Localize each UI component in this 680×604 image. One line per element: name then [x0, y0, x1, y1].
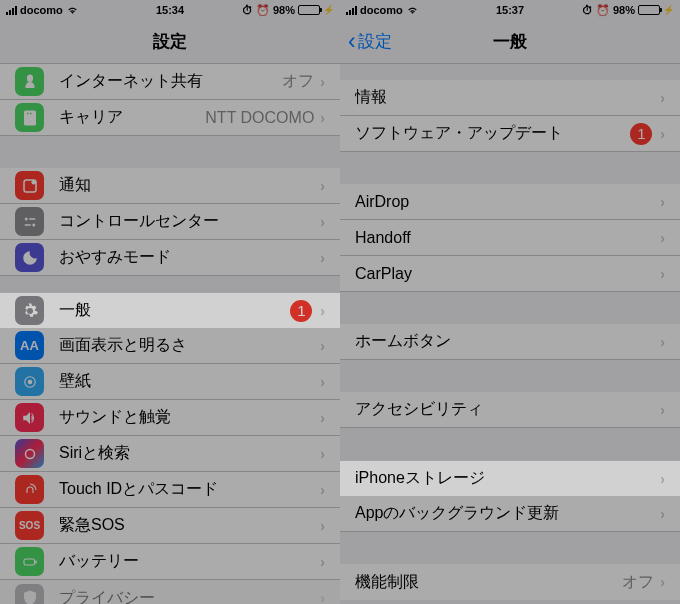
- general-list-continued[interactable]: Appのバックグラウンド更新 › 機能制限 オフ ›: [340, 496, 680, 600]
- row-about[interactable]: 情報 ›: [340, 80, 680, 116]
- sos-icon: SOS: [15, 511, 44, 540]
- row-touchid[interactable]: Touch IDとパスコード ›: [0, 472, 340, 508]
- svg-rect-3: [29, 218, 35, 220]
- svg-rect-5: [24, 224, 30, 226]
- chevron-icon: ›: [320, 303, 325, 319]
- alarm-icon-2: ⏰: [256, 4, 270, 17]
- row-control-center[interactable]: コントロールセンター ›: [0, 204, 340, 240]
- row-iphone-storage[interactable]: iPhoneストレージ ›: [340, 460, 680, 496]
- row-general-wrapper: 一般 1 ›: [0, 292, 340, 328]
- group-separator: [340, 360, 680, 392]
- chevron-icon: ›: [320, 250, 325, 266]
- badge: 1: [630, 123, 652, 145]
- nav-bar: ‹ 設定 一般: [340, 20, 680, 64]
- badge: 1: [290, 300, 312, 322]
- hotspot-icon: [15, 67, 44, 96]
- general-list[interactable]: 情報 › ソフトウェア・アップデート 1 › AirDrop › Handoff…: [340, 64, 680, 460]
- row-background-refresh[interactable]: Appのバックグラウンド更新 ›: [340, 496, 680, 532]
- row-airdrop[interactable]: AirDrop ›: [340, 184, 680, 220]
- row-sounds[interactable]: サウンドと触覚 ›: [0, 400, 340, 436]
- battery-percent: 98%: [613, 4, 635, 16]
- svg-rect-10: [35, 560, 37, 563]
- charging-icon: ⚡: [663, 5, 674, 15]
- chevron-icon: ›: [320, 518, 325, 534]
- row-notifications[interactable]: 通知 ›: [0, 168, 340, 204]
- row-label: インターネット共有: [59, 71, 282, 92]
- chevron-icon: ›: [320, 74, 325, 90]
- row-label: サウンドと触覚: [59, 407, 320, 428]
- row-label: CarPlay: [355, 265, 660, 283]
- charging-icon: ⚡: [323, 5, 334, 15]
- svg-point-2: [24, 217, 27, 220]
- row-general[interactable]: 一般 1 ›: [0, 292, 340, 328]
- chevron-left-icon: ‹: [348, 28, 356, 55]
- carrier-label: docomo: [20, 4, 63, 16]
- chevron-icon: ›: [320, 374, 325, 390]
- group-separator: [340, 532, 680, 564]
- wallpaper-icon: [15, 367, 44, 396]
- row-value: オフ: [282, 71, 314, 92]
- row-battery[interactable]: バッテリー ›: [0, 544, 340, 580]
- row-software-update[interactable]: ソフトウェア・アップデート 1 ›: [340, 116, 680, 152]
- svg-point-4: [32, 223, 35, 226]
- svg-rect-9: [24, 559, 35, 565]
- row-handoff[interactable]: Handoff ›: [340, 220, 680, 256]
- battery-row-icon: [15, 547, 44, 576]
- wifi-icon: [406, 5, 419, 15]
- row-sos[interactable]: SOS 緊急SOS ›: [0, 508, 340, 544]
- row-label: Siriと検索: [59, 443, 320, 464]
- status-bar: docomo 15:34 ⏱ ⏰ 98% ⚡: [0, 0, 340, 20]
- dnd-icon: [15, 243, 44, 272]
- row-label: プライバシー: [59, 588, 320, 605]
- row-hotspot[interactable]: インターネット共有 オフ ›: [0, 64, 340, 100]
- row-label: ソフトウェア・アップデート: [355, 123, 630, 144]
- chevron-icon: ›: [320, 446, 325, 462]
- settings-list[interactable]: インターネット共有 オフ › キャリア NTT DOCOMO › 通知 › コン…: [0, 64, 340, 308]
- chevron-icon: ›: [660, 334, 665, 350]
- notifications-icon: [15, 171, 44, 200]
- row-display[interactable]: AA 画面表示と明るさ ›: [0, 328, 340, 364]
- chevron-icon: ›: [660, 266, 665, 282]
- nav-back-button[interactable]: ‹ 設定: [348, 28, 392, 55]
- signal-icon: [6, 5, 17, 15]
- row-carplay[interactable]: CarPlay ›: [340, 256, 680, 292]
- row-value: NTT DOCOMO: [205, 109, 314, 127]
- chevron-icon: ›: [660, 194, 665, 210]
- chevron-icon: ›: [660, 402, 665, 418]
- group-separator: [340, 64, 680, 80]
- row-restrictions[interactable]: 機能制限 オフ ›: [340, 564, 680, 600]
- chevron-icon: ›: [660, 126, 665, 142]
- row-label: AirDrop: [355, 193, 660, 211]
- chevron-icon: ›: [660, 90, 665, 106]
- row-label: おやすみモード: [59, 247, 320, 268]
- chevron-icon: ›: [320, 590, 325, 604]
- battery-icon: [298, 5, 320, 15]
- chevron-icon: ›: [660, 506, 665, 522]
- carrier-icon: [15, 103, 44, 132]
- chevron-icon: ›: [660, 574, 665, 590]
- nav-bar: 設定: [0, 20, 340, 64]
- row-home-button[interactable]: ホームボタン ›: [340, 324, 680, 360]
- row-accessibility[interactable]: アクセシビリティ ›: [340, 392, 680, 428]
- chevron-icon: ›: [320, 178, 325, 194]
- svg-point-1: [31, 180, 36, 185]
- battery-icon: [638, 5, 660, 15]
- nav-title: 一般: [493, 30, 527, 53]
- row-siri[interactable]: Siriと検索 ›: [0, 436, 340, 472]
- row-wallpaper[interactable]: 壁紙 ›: [0, 364, 340, 400]
- group-separator: [0, 136, 340, 168]
- chevron-icon: ›: [320, 338, 325, 354]
- row-label: 壁紙: [59, 371, 320, 392]
- general-screen: docomo 15:37 ⏱ ⏰ 98% ⚡ ‹ 設定 一般 情報 › ソフトウ…: [340, 0, 680, 604]
- row-dnd[interactable]: おやすみモード ›: [0, 240, 340, 276]
- status-time: 15:34: [156, 4, 184, 16]
- chevron-icon: ›: [320, 554, 325, 570]
- row-label: Appのバックグラウンド更新: [355, 503, 660, 524]
- nav-back-label: 設定: [358, 30, 392, 53]
- row-label: 情報: [355, 87, 660, 108]
- row-carrier[interactable]: キャリア NTT DOCOMO ›: [0, 100, 340, 136]
- svg-point-7: [27, 379, 32, 384]
- row-label: 通知: [59, 175, 320, 196]
- settings-list-continued[interactable]: AA 画面表示と明るさ › 壁紙 › サウンドと触覚 › Siriと検索 › T…: [0, 328, 340, 604]
- row-privacy[interactable]: プライバシー ›: [0, 580, 340, 604]
